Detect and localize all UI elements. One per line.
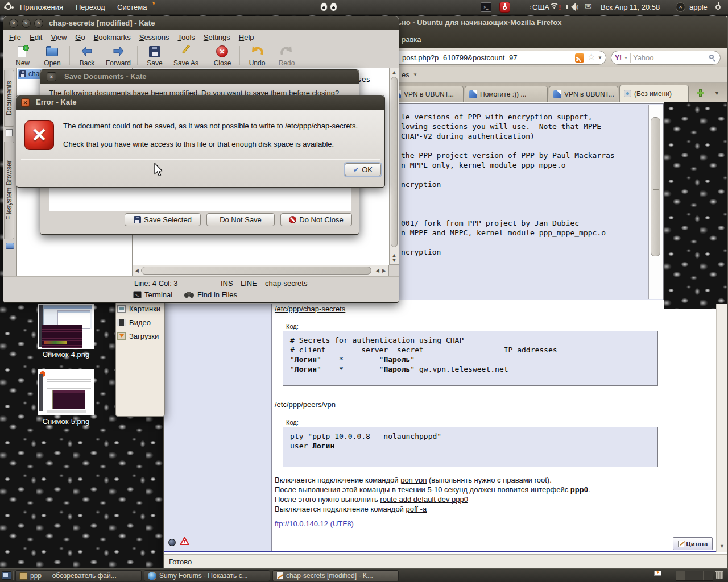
ok-button[interactable]: ✔ OK — [345, 163, 381, 176]
close-button[interactable]: ✕ Close — [208, 45, 237, 67]
do-not-close-button[interactable]: Do Not Close — [280, 213, 352, 226]
shutdown-icon[interactable] — [713, 2, 724, 13]
search-engine-dropdown-icon[interactable]: ▼ — [624, 56, 628, 60]
sidebar-item-video[interactable]: Видео — [117, 318, 151, 327]
svg-text:!: ! — [184, 539, 185, 544]
save-as-button[interactable]: Save As — [169, 45, 202, 67]
list-all-tabs-icon[interactable]: ▼ — [714, 90, 719, 96]
menu-bookmarks[interactable]: Bookmarks — [94, 33, 131, 41]
undo-button[interactable]: Undo — [242, 45, 272, 67]
save-selected-button[interactable]: Save Selected — [125, 213, 201, 226]
tab-pomogite[interactable]: Помогите :)) ... — [465, 86, 548, 102]
tab-untitled-active[interactable]: (Без имени) — [619, 85, 689, 102]
report-post-icon[interactable]: ! — [180, 537, 189, 547]
sidebar-item-pictures[interactable]: Картинки — [117, 305, 160, 313]
menu-tools[interactable]: Tools — [177, 33, 195, 41]
mail-notification-icon[interactable]: ✉ — [585, 1, 592, 11]
url-text: post.php?p=610799&postcount=97 — [402, 53, 517, 62]
tool-find-in-files[interactable]: Find in Files — [184, 290, 237, 299]
workspace-4[interactable] — [704, 571, 713, 580]
error-dialog-titlebar[interactable]: ✕ Error - Kate — [16, 95, 384, 110]
page-scrollbar[interactable]: ▼ — [716, 304, 727, 552]
user-switcher-name[interactable]: apple — [689, 3, 708, 11]
menu-file[interactable]: File — [9, 33, 21, 41]
workspace-3[interactable] — [694, 571, 704, 580]
clock[interactable]: Вск Апр 11, 20:58 — [601, 3, 660, 11]
network-wifi-icon[interactable]: ! — [548, 2, 562, 12]
workspace-2[interactable] — [685, 571, 694, 580]
yahoo-icon[interactable]: Y! — [615, 54, 622, 62]
ubuntu-menu-icon[interactable] — [4, 2, 14, 12]
signature-ftp-link[interactable]: ftp://10.0.140.12 (UTF8) — [275, 519, 354, 528]
filesystem-browser-icon — [6, 243, 14, 249]
eyes-applet — [320, 2, 337, 13]
task-file-manager[interactable]: ppp — обозреватель фай... — [15, 570, 142, 581]
code-box-scrollbar-thumb[interactable] — [651, 117, 660, 256]
sidebar-item-downloads[interactable]: Загрузки — [117, 332, 159, 340]
thumb-terminal-colors — [44, 341, 67, 344]
menu-sessions[interactable]: Sessions — [139, 33, 169, 41]
forward-button[interactable]: Forward — [102, 45, 135, 67]
task-kate[interactable]: chap-secrets [modified] - K... — [272, 570, 399, 581]
url-bar[interactable]: post.php?p=610799&postcount=97 ☆ ▼ — [363, 51, 606, 65]
menu-places[interactable]: Переход — [76, 3, 105, 11]
menu-settings[interactable]: Settings — [204, 33, 230, 41]
code-box-scrollbar[interactable] — [648, 105, 663, 299]
status-text: Готово — [169, 558, 192, 566]
vscrollbar-thumb[interactable] — [391, 77, 398, 247]
quote-button[interactable]: Цитата — [673, 537, 713, 550]
window-maximize-button[interactable]: ˄ — [34, 19, 43, 28]
tab-documents[interactable]: Documents — [4, 70, 14, 127]
code-line: "Логин" * "Пароль" gw.vpn.telesweet.net — [290, 364, 657, 374]
window-close-button[interactable]: × — [9, 19, 18, 28]
search-icon[interactable] — [709, 54, 717, 62]
editor-vscrollbar[interactable]: ▲ ▲▼ — [389, 68, 399, 265]
open-button[interactable]: Open — [38, 45, 67, 67]
hscrollbar-thumb[interactable] — [141, 267, 371, 275]
rss-icon[interactable] — [575, 53, 584, 63]
workspace-switcher[interactable] — [676, 571, 713, 581]
redo-button[interactable]: Redo — [272, 45, 301, 67]
trash-applet-icon[interactable] — [715, 571, 723, 580]
menu-edit[interactable]: Edit — [30, 33, 42, 41]
keyboard-layout-indicator[interactable]: США — [532, 3, 549, 11]
menu-view[interactable]: View — [51, 33, 67, 41]
task-firefox[interactable]: Sumy Forums - Показать с... — [144, 570, 270, 581]
task-label: ppp — обозреватель фай... — [30, 572, 117, 580]
notification-firefox-icon[interactable] — [654, 569, 671, 582]
tab-vpn-ubuntu-1[interactable]: VPN в UBUNT... — [388, 86, 464, 102]
window-unmaximize-button[interactable]: ˅ — [22, 19, 31, 28]
dialog-close-button[interactable]: × — [47, 72, 56, 81]
search-box[interactable]: Y! ▼ Yahoo — [611, 51, 721, 65]
chap-secrets-link[interactable]: /etc/ppp/chap-secrets — [275, 305, 345, 313]
menu-help[interactable]: Help — [239, 33, 254, 41]
scroll-down-icon[interactable]: ▼ — [719, 543, 725, 549]
menu-go[interactable]: Go — [75, 33, 85, 41]
menu-applications[interactable]: Приложения — [20, 3, 63, 11]
menu-system[interactable]: Система — [117, 3, 147, 11]
tab-vpn-ubuntu-2[interactable]: VPN в UBUNT... — [549, 86, 618, 102]
save-button[interactable]: Save — [140, 45, 169, 67]
bookmarks-folder-fragment[interactable]: es — [402, 70, 410, 79]
workspace-1[interactable] — [676, 571, 685, 580]
do-not-close-icon — [289, 216, 296, 223]
peers-vpn-link[interactable]: /etc/ppp/peers/vpn — [275, 400, 336, 409]
status-insert-mode[interactable]: INS — [221, 279, 233, 288]
do-not-save-button[interactable]: Do Not Save — [206, 213, 275, 226]
user-switcher-icon[interactable]: ✕ — [676, 2, 685, 12]
tool-terminal[interactable]: >_ Terminal — [133, 290, 172, 299]
show-desktop-button[interactable] — [2, 571, 11, 580]
editor-hscrollbar[interactable]: ◀ ◀ ▶ — [133, 265, 389, 276]
new-tab-button[interactable] — [696, 89, 705, 97]
save-dialog-titlebar[interactable]: × Save Documents - Kate — [40, 70, 359, 84]
kate-titlebar[interactable]: × ˅ ˄ chap-secrets [modified] - Kate — [3, 16, 399, 30]
terminal-launcher-icon[interactable]: >_ — [481, 2, 491, 12]
status-selection-mode[interactable]: LINE — [241, 279, 257, 288]
bookmark-star-icon[interactable]: ☆ — [588, 52, 595, 62]
url-dropdown-icon[interactable]: ▼ — [598, 55, 602, 60]
firefox-menu-bar-fragment[interactable]: равка — [402, 35, 421, 44]
new-button[interactable]: + New — [8, 45, 38, 67]
tab-filesystem-browser[interactable]: Filesystem Browser — [4, 142, 14, 239]
back-button[interactable]: Back — [72, 45, 102, 67]
quit-applet-icon[interactable] — [499, 2, 510, 13]
